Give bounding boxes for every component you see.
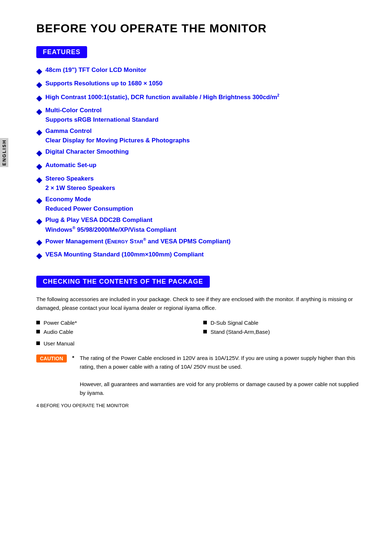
list-item: ◆ High Contrast 1000:1(static), DCR func… bbox=[36, 92, 363, 104]
accessory-single-item: User Manual bbox=[36, 340, 363, 347]
bullet-icon bbox=[36, 341, 40, 345]
accessory-item: Stand (Stand-Arm,Base) bbox=[203, 329, 363, 335]
accessory-label: Audio Cable bbox=[44, 329, 73, 335]
accessory-label: User Manual bbox=[44, 340, 74, 347]
diamond-icon: ◆ bbox=[36, 161, 42, 172]
diamond-icon: ◆ bbox=[36, 106, 42, 117]
intro-text: The following accessories are included i… bbox=[36, 295, 363, 312]
feature-main: Stereo Speakers bbox=[45, 174, 115, 183]
list-item: ◆ Stereo Speakers 2 × 1W Stereo Speakers bbox=[36, 174, 363, 193]
caution-block: CAUTION * The rating of the Power Cable … bbox=[36, 354, 363, 397]
list-item: ◆ Power Management (ENERGY STAR® and VES… bbox=[36, 236, 363, 248]
feature-main: 48cm (19") TFT Color LCD Monitor bbox=[45, 65, 146, 75]
caution-paragraph2: However, all guarantees and warranties a… bbox=[80, 380, 363, 397]
caution-paragraph1: The rating of the Power Cable enclosed i… bbox=[80, 354, 363, 371]
features-header: FEATURES bbox=[36, 46, 87, 58]
feature-main: Plug & Play VESA DDC2B Compliant bbox=[45, 215, 176, 225]
diamond-icon: ◆ bbox=[36, 127, 42, 138]
list-item: ◆ Supports Resolutions up to 1680 × 1050 bbox=[36, 79, 363, 90]
diamond-icon: ◆ bbox=[36, 79, 42, 90]
feature-main: High Contrast 1000:1(static), DCR functi… bbox=[45, 92, 279, 102]
feature-sub: Clear Display for Moving Pictures & Phot… bbox=[45, 136, 190, 145]
checking-section: CHECKING THE CONTENTS OF THE PACKAGE The… bbox=[36, 276, 363, 397]
list-item: ◆ Gamma Control Clear Display for Moving… bbox=[36, 126, 363, 145]
page-footer: 4 BEFORE YOU OPERATE THE MONITOR bbox=[36, 403, 129, 408]
diamond-icon: ◆ bbox=[36, 174, 42, 185]
feature-main: Supports Resolutions up to 1680 × 1050 bbox=[45, 79, 163, 88]
bullet-icon bbox=[203, 321, 207, 324]
diamond-icon: ◆ bbox=[36, 93, 42, 104]
accessory-item: D-Sub Signal Cable bbox=[203, 320, 363, 326]
diamond-icon: ◆ bbox=[36, 216, 42, 227]
feature-main: Multi-Color Control bbox=[45, 106, 159, 115]
feature-main: Gamma Control bbox=[45, 126, 190, 136]
list-item: ◆ VESA Mounting Standard (100mm×100mm) C… bbox=[36, 250, 363, 261]
list-item: ◆ Automatic Set-up bbox=[36, 161, 363, 172]
list-item: ◆ Plug & Play VESA DDC2B Compliant Windo… bbox=[36, 215, 363, 234]
list-item: ◆ 48cm (19") TFT Color LCD Monitor bbox=[36, 65, 363, 77]
feature-main: Digital Character Smoothing bbox=[45, 147, 129, 157]
feature-sub: Supports sRGB International Standard bbox=[45, 115, 159, 125]
feature-main: Power Management (ENERGY STAR® and VESA … bbox=[45, 236, 230, 246]
feature-main: Economy Mode bbox=[45, 195, 133, 204]
diamond-icon: ◆ bbox=[36, 66, 42, 77]
features-list: ◆ 48cm (19") TFT Color LCD Monitor ◆ Sup… bbox=[36, 65, 363, 261]
diamond-icon: ◆ bbox=[36, 147, 42, 158]
accessory-item: Audio Cable bbox=[36, 329, 196, 335]
feature-main: Automatic Set-up bbox=[45, 161, 97, 170]
caution-text: The rating of the Power Cable enclosed i… bbox=[80, 354, 363, 397]
bullet-icon bbox=[36, 321, 40, 324]
accessory-label: D-Sub Signal Cable bbox=[211, 320, 258, 326]
checking-header: CHECKING THE CONTENTS OF THE PACKAGE bbox=[36, 276, 210, 288]
page-container: ENGLISH BEFORE YOU OPERATE THE MONITOR F… bbox=[0, 0, 392, 419]
sidebar-english-label: ENGLISH bbox=[0, 138, 8, 167]
feature-sub: Reduced Power Consumption bbox=[45, 204, 133, 214]
diamond-icon: ◆ bbox=[36, 237, 42, 248]
page-title: BEFORE YOU OPERATE THE MONITOR bbox=[36, 22, 363, 35]
caution-badge: CAUTION bbox=[36, 355, 67, 362]
list-item: ◆ Digital Character Smoothing bbox=[36, 147, 363, 158]
feature-main: VESA Mounting Standard (100mm×100mm) Com… bbox=[45, 250, 204, 259]
diamond-icon: ◆ bbox=[36, 195, 42, 206]
accessory-label: Power Cable* bbox=[44, 320, 77, 326]
list-item: ◆ Economy Mode Reduced Power Consumption bbox=[36, 195, 363, 213]
bullet-icon bbox=[36, 330, 40, 333]
caution-star: * bbox=[72, 355, 74, 361]
diamond-icon: ◆ bbox=[36, 250, 42, 261]
list-item: ◆ Multi-Color Control Supports sRGB Inte… bbox=[36, 106, 363, 124]
accessories-grid: Power Cable* D-Sub Signal Cable Audio Ca… bbox=[36, 320, 363, 335]
feature-sub: 2 × 1W Stereo Speakers bbox=[45, 183, 115, 193]
feature-sub: Windows® 95/98/2000/Me/XP/Vista Complian… bbox=[45, 225, 176, 234]
features-section: FEATURES ◆ 48cm (19") TFT Color LCD Moni… bbox=[36, 46, 363, 261]
accessory-label: Stand (Stand-Arm,Base) bbox=[211, 329, 270, 335]
bullet-icon bbox=[203, 330, 207, 333]
accessory-item: Power Cable* bbox=[36, 320, 196, 326]
